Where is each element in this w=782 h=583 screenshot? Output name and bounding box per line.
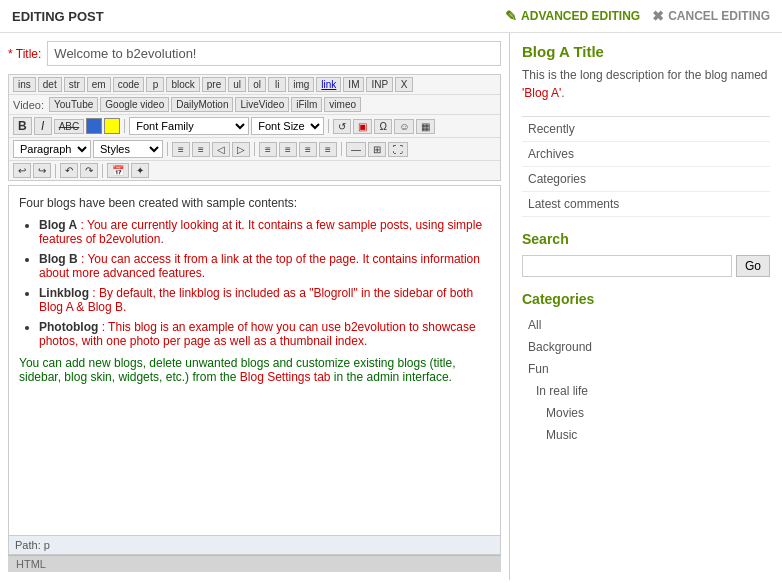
search-input[interactable] bbox=[522, 255, 732, 277]
tb-vimeo[interactable]: vimeo bbox=[324, 97, 361, 112]
tb-p[interactable]: p bbox=[146, 77, 164, 92]
tb-bold[interactable]: B bbox=[13, 117, 32, 135]
tb-livevideo[interactable]: LiveVideo bbox=[235, 97, 289, 112]
tb-youtube[interactable]: YouTube bbox=[49, 97, 98, 112]
tb-ins[interactable]: ins bbox=[13, 77, 36, 92]
tb-googlevideo[interactable]: Google video bbox=[100, 97, 169, 112]
tb-emoticon[interactable]: ☺ bbox=[394, 119, 414, 134]
blog-title: Blog A Title bbox=[522, 43, 770, 60]
page-title: EDITING POST bbox=[12, 9, 104, 24]
tb-code[interactable]: code bbox=[113, 77, 145, 92]
tb-det[interactable]: det bbox=[38, 77, 62, 92]
tb-date[interactable]: 📅 bbox=[107, 163, 129, 178]
toolbar-row-4: Paragraph Heading 1 Heading 2 Heading 3 … bbox=[9, 138, 500, 161]
nav-archives[interactable]: Archives bbox=[522, 142, 770, 167]
video-label: Video: bbox=[13, 99, 44, 111]
tb-str[interactable]: str bbox=[64, 77, 85, 92]
tb-table[interactable]: ⊞ bbox=[368, 142, 386, 157]
tb-outdent[interactable]: ◁ bbox=[212, 142, 230, 157]
tb-block[interactable]: block bbox=[166, 77, 199, 92]
tb-li[interactable]: li bbox=[268, 77, 286, 92]
cancel-editing-label: CANCEL EDITING bbox=[668, 9, 770, 23]
tb-ul[interactable]: ul bbox=[228, 77, 246, 92]
categories-title: Categories bbox=[522, 291, 770, 307]
tb-insert-link[interactable]: ↩ bbox=[13, 163, 31, 178]
footer-link: Blog Settings tab bbox=[240, 370, 331, 384]
tb-extra[interactable]: ✦ bbox=[131, 163, 149, 178]
cancel-editing-link[interactable]: ✖ CANCEL EDITING bbox=[652, 8, 770, 24]
title-input[interactable] bbox=[47, 41, 501, 66]
sidebar-panel: Blog A Title This is the long descriptio… bbox=[510, 33, 782, 580]
list-item: Photoblog : This blog is an example of h… bbox=[39, 320, 490, 348]
top-bar: EDITING POST ✎ ADVANCED EDITING ✖ CANCEL… bbox=[0, 0, 782, 33]
tb-pre[interactable]: pre bbox=[202, 77, 226, 92]
tb-link[interactable]: link bbox=[316, 77, 341, 92]
content-intro: Four blogs have been created with sample… bbox=[19, 196, 490, 210]
tb-img[interactable]: img bbox=[288, 77, 314, 92]
nav-recently[interactable]: Recently bbox=[522, 117, 770, 142]
nav-latest-comments[interactable]: Latest comments bbox=[522, 192, 770, 217]
tb-special-char[interactable]: Ω bbox=[374, 119, 392, 134]
linkblog-text: : By default, the linkblog is included a… bbox=[39, 286, 473, 314]
search-section: Search Go bbox=[522, 231, 770, 277]
cat-background[interactable]: Background bbox=[522, 337, 770, 357]
cat-music[interactable]: Music bbox=[522, 425, 770, 445]
tb-ol[interactable]: ol bbox=[248, 77, 266, 92]
font-color-btn[interactable] bbox=[86, 118, 102, 134]
html-label: HTML bbox=[16, 558, 46, 570]
editor-content[interactable]: Four blogs have been created with sample… bbox=[8, 185, 501, 536]
font-size-select[interactable]: Font Size 8pt 10pt 12pt 14pt bbox=[251, 117, 324, 135]
tb-img2[interactable]: ▣ bbox=[353, 119, 372, 134]
blog-b-text: : You can access it from a link at the t… bbox=[39, 252, 480, 280]
title-row: * Title: bbox=[8, 41, 501, 66]
cat-movies[interactable]: Movies bbox=[522, 403, 770, 423]
tb-strikethrough[interactable]: ABC bbox=[54, 119, 85, 134]
tb-em[interactable]: em bbox=[87, 77, 111, 92]
blog-b-name: Blog B bbox=[39, 252, 78, 266]
tb-undo[interactable]: ↶ bbox=[60, 163, 78, 178]
tb-fullscreen[interactable]: ⛶ bbox=[388, 142, 408, 157]
tb-align-justify[interactable]: ≡ bbox=[319, 142, 337, 157]
blog-a-name: Blog A bbox=[39, 218, 77, 232]
font-family-select[interactable]: Font Family Arial Times New Roman Verdan… bbox=[129, 117, 249, 135]
tb-redo[interactable]: ↷ bbox=[80, 163, 98, 178]
toolbar-row-2: Video: YouTube Google video DailyMotion … bbox=[9, 95, 500, 115]
tb-hr[interactable]: — bbox=[346, 142, 366, 157]
content-footer: You can add new blogs, delete unwanted b… bbox=[19, 356, 490, 384]
photoblog-name: Photoblog bbox=[39, 320, 98, 334]
tb-ul2[interactable]: ≡ bbox=[172, 142, 190, 157]
tb-eraser[interactable]: ↺ bbox=[333, 119, 351, 134]
tb-im[interactable]: IM bbox=[343, 77, 364, 92]
blog-a-link[interactable]: 'Blog A' bbox=[522, 86, 561, 100]
sidebar-nav: Recently Archives Categories Latest comm… bbox=[522, 116, 770, 217]
tb-remove-link[interactable]: ↪ bbox=[33, 163, 51, 178]
styles-select[interactable]: Styles bbox=[93, 140, 163, 158]
cat-in-real-life[interactable]: In real life bbox=[522, 381, 770, 401]
tb-indent[interactable]: ▷ bbox=[232, 142, 250, 157]
tb-more[interactable]: ▦ bbox=[416, 119, 435, 134]
cat-fun[interactable]: Fun bbox=[522, 359, 770, 379]
tb-italic[interactable]: I bbox=[34, 117, 52, 135]
search-row: Go bbox=[522, 255, 770, 277]
title-label: * Title: bbox=[8, 47, 41, 61]
tb-align-left[interactable]: ≡ bbox=[259, 142, 277, 157]
content-list: Blog A : You are currently looking at it… bbox=[39, 218, 490, 348]
search-go-btn[interactable]: Go bbox=[736, 255, 770, 277]
tb-x[interactable]: X bbox=[395, 77, 413, 92]
tb-align-right[interactable]: ≡ bbox=[299, 142, 317, 157]
sep-4 bbox=[254, 142, 255, 156]
blog-a-text: : You are currently looking at it. It co… bbox=[39, 218, 482, 246]
tb-ol2[interactable]: ≡ bbox=[192, 142, 210, 157]
tb-align-center[interactable]: ≡ bbox=[279, 142, 297, 157]
tb-ifilm[interactable]: iFilm bbox=[291, 97, 322, 112]
tb-dailymotion[interactable]: DailyMotion bbox=[171, 97, 233, 112]
cancel-icon: ✖ bbox=[652, 8, 664, 24]
paragraph-select[interactable]: Paragraph Heading 1 Heading 2 Heading 3 bbox=[13, 140, 91, 158]
nav-categories[interactable]: Categories bbox=[522, 167, 770, 192]
toolbar-area: ins det str em code p block pre ul ol li… bbox=[8, 74, 501, 181]
highlight-color-btn[interactable] bbox=[104, 118, 120, 134]
cat-all[interactable]: All bbox=[522, 315, 770, 335]
advanced-editing-link[interactable]: ✎ ADVANCED EDITING bbox=[505, 8, 640, 24]
top-bar-actions: ✎ ADVANCED EDITING ✖ CANCEL EDITING bbox=[505, 8, 770, 24]
tb-inp[interactable]: INP bbox=[366, 77, 393, 92]
